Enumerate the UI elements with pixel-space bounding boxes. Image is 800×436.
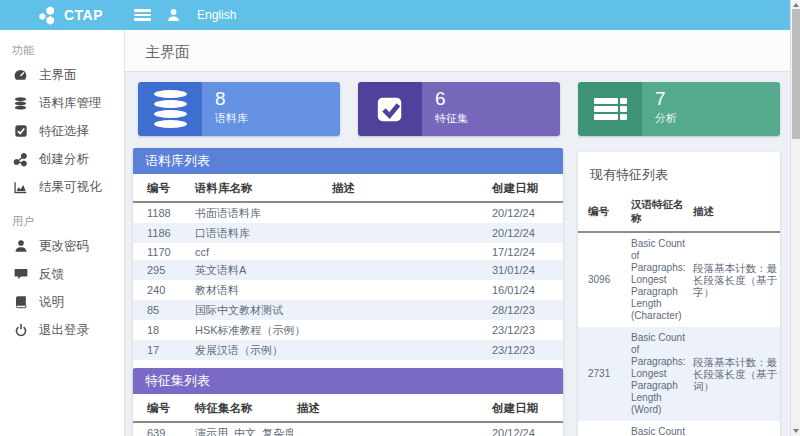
sidebar-item-feedback[interactable]: 反馈 xyxy=(0,260,124,288)
corpus-table: 编号 语料库名称 描述 创建日期 1188书面语语料库20/12/24 1186… xyxy=(133,174,563,360)
brand-name: CTAP xyxy=(64,7,103,23)
table-row[interactable]: 1188书面语语料库20/12/24 xyxy=(133,202,563,223)
book-icon xyxy=(13,295,28,310)
sidebar-item-label: 创建分析 xyxy=(39,151,89,168)
analysis-count-value: 7 xyxy=(655,88,780,110)
sidebar-item-feature-selection[interactable]: 特征选择 xyxy=(0,117,124,145)
database-icon xyxy=(138,82,202,136)
featureset-count-value: 6 xyxy=(435,88,560,110)
sidebar-item-corpus-management[interactable]: 语料库管理 xyxy=(0,89,124,117)
tasks-icon xyxy=(578,82,642,136)
existing-features-panel: 现有特征列表 编号 汉语特征名称 描述 3096 Basic Count of … xyxy=(578,152,780,436)
sidebar-section-functions: 功能 xyxy=(0,30,124,61)
sidebar-item-label: 结果可视化 xyxy=(39,179,102,196)
table-row[interactable]: Basic Count of Paragraphs: Mean 段落基本计数：平… xyxy=(578,421,780,436)
user-icon xyxy=(13,239,28,254)
top-bar: CTAP English xyxy=(0,0,790,30)
sidebar-item-label: 说明 xyxy=(39,294,64,311)
corpus-count-card[interactable]: 8 语料库 xyxy=(138,82,340,136)
corpus-list-panel: 语料库列表 编号 语料库名称 描述 创建日期 1188书面语语料库20/12/2… xyxy=(133,148,563,397)
ctap-hexagons-icon xyxy=(38,5,59,26)
scrollbar[interactable] xyxy=(790,0,800,436)
table-row[interactable]: 1186口语语料库20/12/24 xyxy=(133,223,563,243)
sidebar-item-main[interactable]: 主界面 xyxy=(0,61,124,89)
col-desc: 描述 xyxy=(690,194,780,232)
sidebar-section-user: 用户 xyxy=(0,201,124,232)
table-row[interactable]: 240教材语料16/01/24 xyxy=(133,280,563,300)
comment-icon xyxy=(13,267,28,282)
table-header-row: 编号 特征集名称 描述 创建日期 xyxy=(133,394,563,422)
featureset-table: 编号 特征集名称 描述 创建日期 639演示用_中文_复杂度20/12/24 xyxy=(133,394,563,436)
featureset-count-label: 特征集 xyxy=(435,111,560,126)
sidebar-item-logout[interactable]: 退出登录 xyxy=(0,316,124,344)
table-row[interactable]: 1170ccf17/12/24 xyxy=(133,243,563,260)
analysis-count-label: 分析 xyxy=(655,111,780,126)
featureset-list-title: 特征集列表 xyxy=(133,368,563,394)
table-row[interactable]: 17发展汉语（示例）23/12/23 xyxy=(133,340,563,360)
col-id: 编号 xyxy=(133,174,191,202)
menu-toggle-icon[interactable] xyxy=(134,7,151,23)
table-header-row: 编号 汉语特征名称 描述 xyxy=(578,194,780,232)
sidebar-item-label: 退出登录 xyxy=(39,322,89,339)
col-name: 特征集名称 xyxy=(191,394,293,422)
analysis-count-card[interactable]: 7 分析 xyxy=(578,82,780,136)
sidebar-item-result-visualization[interactable]: 结果可视化 xyxy=(0,173,124,201)
corpus-list-title: 语料库列表 xyxy=(133,148,563,174)
table-row[interactable]: 2731 Basic Count of Paragraphs: Longest … xyxy=(578,327,780,421)
sidebar-item-label: 特征选择 xyxy=(39,123,89,140)
sidebar-item-label: 更改密码 xyxy=(39,238,89,255)
sidebar: 功能 主界面 语料库管理 特征选择 xyxy=(0,30,125,436)
sidebar-item-label: 反馈 xyxy=(39,266,64,283)
col-name: 汉语特征名称 xyxy=(628,194,690,232)
col-name: 语料库名称 xyxy=(191,174,328,202)
table-row[interactable]: 3096 Basic Count of Paragraphs: Longest … xyxy=(578,232,780,327)
col-id: 编号 xyxy=(133,394,191,422)
table-row[interactable]: 18HSK标准教程（示例）23/12/23 xyxy=(133,320,563,340)
col-desc: 描述 xyxy=(293,394,488,422)
database-icon xyxy=(13,96,28,111)
area-chart-icon xyxy=(13,180,28,195)
table-row[interactable]: 295英文语料A31/01/24 xyxy=(133,260,563,280)
scroll-up-icon[interactable] xyxy=(793,3,799,7)
check-square-icon xyxy=(358,82,422,136)
sidebar-item-change-password[interactable]: 更改密码 xyxy=(0,232,124,260)
dashboard-icon xyxy=(13,68,28,83)
col-id: 编号 xyxy=(578,194,628,232)
table-header-row: 编号 语料库名称 描述 创建日期 xyxy=(133,174,563,202)
sidebar-item-label: 语料库管理 xyxy=(39,95,102,112)
user-icon[interactable] xyxy=(167,8,180,22)
scrollbar-thumb[interactable] xyxy=(792,9,800,139)
featureset-list-panel: 特征集列表 编号 特征集名称 描述 创建日期 639演示用_中文_复杂度20/1… xyxy=(133,368,563,436)
sidebar-item-label: 主界面 xyxy=(39,67,77,84)
check-square-icon xyxy=(13,124,28,139)
col-date: 创建日期 xyxy=(488,174,563,202)
corpus-count-value: 8 xyxy=(215,88,340,110)
featureset-count-card[interactable]: 6 特征集 xyxy=(358,82,560,136)
language-link[interactable]: English xyxy=(197,8,236,22)
share-nodes-icon xyxy=(13,152,28,167)
stat-cards: 8 语料库 6 特征集 xyxy=(138,82,780,136)
col-desc: 描述 xyxy=(328,174,488,202)
sidebar-item-help[interactable]: 说明 xyxy=(0,288,124,316)
table-row[interactable]: 639演示用_中文_复杂度20/12/24 xyxy=(133,422,563,436)
existing-features-title: 现有特征列表 xyxy=(578,162,780,194)
corpus-count-label: 语料库 xyxy=(215,111,340,126)
brand-logo[interactable]: CTAP xyxy=(38,5,120,26)
table-row[interactable]: 85国际中文教材测试28/12/23 xyxy=(133,300,563,320)
app-root: CTAP English 功能 主界面 xyxy=(0,0,800,436)
page-title-bar: 主界面 xyxy=(125,30,790,72)
col-date: 创建日期 xyxy=(488,394,563,422)
scroll-down-icon[interactable] xyxy=(793,429,799,433)
sidebar-item-create-analysis[interactable]: 创建分析 xyxy=(0,145,124,173)
page-title: 主界面 xyxy=(125,30,190,62)
power-icon xyxy=(13,323,28,338)
main-content: 主界面 8 语料库 6 特征集 xyxy=(125,30,790,436)
features-table: 编号 汉语特征名称 描述 3096 Basic Count of Paragra… xyxy=(578,194,780,436)
